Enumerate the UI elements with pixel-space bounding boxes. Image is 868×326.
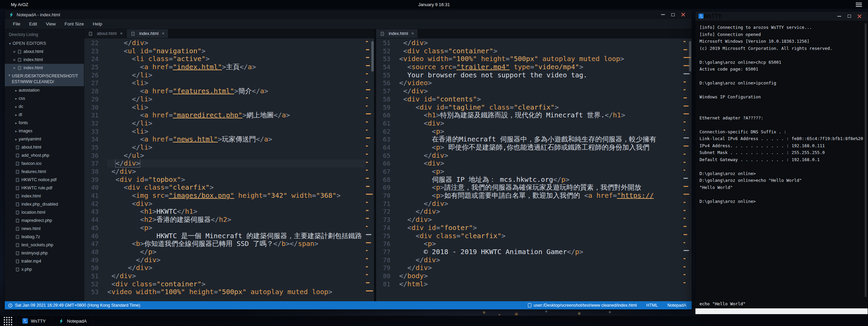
code-line[interactable]: </div> [399, 200, 683, 208]
file-features.html[interactable]: features.html [5, 168, 84, 176]
close-editor-icon[interactable]: × [12, 65, 17, 71]
code-line[interactable]: <li> [107, 103, 365, 112]
code-line[interactable]: <div class="clearfix"> [107, 184, 365, 192]
code-line[interactable]: </div> [399, 256, 683, 264]
code-line[interactable]: </p> [107, 248, 365, 256]
code-line[interactable]: <li> [107, 128, 365, 136]
minimize-icon[interactable] [658, 11, 668, 18]
code-line[interactable]: </li> [107, 71, 365, 79]
code-line[interactable]: <div id="footer"> [399, 224, 683, 232]
code-line[interactable]: <h1>特別為建築及鐵路而設，現代化的 Minecraft 世界.</h1> [399, 111, 683, 119]
apps-launcher-icon[interactable] [0, 316, 16, 326]
code-line[interactable]: </div> [107, 159, 365, 168]
hamburger-menu-icon[interactable] [856, 3, 862, 8]
scrollbar-thumb[interactable] [371, 41, 374, 72]
code-line[interactable]: <div id="tagline" class="clearfix"> [399, 103, 683, 112]
scrollbar-thumb[interactable] [689, 41, 691, 72]
code-line[interactable]: <source src="trailer.mp4" type="video/mp… [399, 63, 683, 71]
code-line[interactable]: <p> [107, 224, 365, 232]
code-line[interactable]: <p> 即使你不是建築師,你也能透過紅石師或鐵路工程師的身份加入我們 [399, 143, 683, 152]
code-line[interactable]: 伺服器 IP 地址為： mcs.hkwtc.org</p> [399, 176, 683, 184]
code-line[interactable]: </div> [399, 208, 683, 216]
file-index.php_disabled[interactable]: index.php_disabled [5, 200, 84, 208]
code-line[interactable]: <a href="features.html">簡介</a> [107, 87, 365, 95]
notepada-titlebar[interactable]: NotepadA - index.html [5, 10, 692, 19]
tab-index.html[interactable]: index.html× [376, 29, 418, 38]
menu-file[interactable]: File [13, 21, 20, 26]
open-editor-index.html[interactable]: ×index.html [5, 64, 84, 72]
close-icon[interactable] [678, 11, 688, 18]
folder-yamlyamlml[interactable]: ▸yamlyamlml [5, 135, 84, 143]
maximize-icon[interactable] [844, 13, 854, 20]
code-line[interactable]: <div> [399, 159, 683, 168]
code-line[interactable]: <p>如有問題或需要申請白名單，歡迎加入我們的 <a href="https:/… [399, 192, 683, 200]
terminal-input[interactable] [695, 308, 868, 314]
code-line[interactable]: </div> [399, 87, 683, 95]
file-favicon.ico[interactable]: favicon.ico [5, 159, 84, 168]
menu-edit[interactable]: Edit [29, 21, 37, 26]
folder-css[interactable]: ▸css [5, 94, 84, 102]
close-editor-icon[interactable]: × [12, 57, 17, 62]
code-line[interactable]: HKWTC 是一個 Minecraft 的建築伺服器，主要建築計劃包括鐵路 [107, 232, 365, 240]
menu-help[interactable]: Help [93, 21, 102, 26]
code-line[interactable]: <p> [399, 168, 683, 176]
code-line[interactable]: <h2>香港的建築伺服器</h2> [107, 216, 365, 224]
folder-dl[interactable]: ▸dl [5, 111, 84, 119]
code-line[interactable]: </html> [399, 280, 683, 288]
folder-dc[interactable]: ▸dc [5, 102, 84, 111]
code-line[interactable]: <p>請注意，我們的伺服器為確保玩家及遊玩時的質素，我們對外開放 [399, 184, 683, 192]
tab-about.html[interactable]: about.html× [84, 29, 127, 38]
code-editor[interactable]: </div> <ul id="navigation"> <li class="a… [104, 38, 365, 301]
code-line[interactable]: <div> [399, 119, 683, 128]
file-HKWTC-notice.pdf[interactable]: HKWTC notice.pdf [5, 176, 84, 184]
code-line[interactable]: <div class="container"> [399, 47, 683, 55]
code-line[interactable]: </div> [107, 39, 365, 47]
open-editor-about.html[interactable]: ×about.html [5, 47, 84, 56]
code-line[interactable]: <p> [399, 240, 683, 248]
code-line[interactable]: </div> [399, 216, 683, 224]
close-editor-icon[interactable]: × [12, 49, 17, 54]
code-line[interactable]: 在香港的Minecraft 伺服器中，多為小遊戲和純生存的伺服器，較少擁有 [399, 135, 683, 143]
open-editor-index.html[interactable]: ×index.html [5, 56, 84, 64]
code-line[interactable]: Your browser does not support the video … [399, 71, 683, 79]
menu-view[interactable]: View [46, 21, 56, 26]
code-editor[interactable]: </div> <div class="container"><video wid… [396, 38, 683, 301]
file-mapredirect.php[interactable]: mapredirect.php [5, 216, 84, 225]
code-line[interactable]: <img src="images/box.png" height="342" w… [107, 192, 365, 200]
code-line[interactable]: <div id="topbox"> [107, 176, 365, 184]
code-line[interactable]: <p> [399, 128, 683, 136]
code-line[interactable]: </ul> [107, 152, 365, 160]
folder-fonts[interactable]: ▸fonts [5, 119, 84, 127]
file-index.html[interactable]: index.html [5, 192, 84, 200]
close-icon[interactable] [854, 13, 865, 20]
code-line[interactable]: </div> [107, 256, 365, 264]
code-line[interactable]: <b>你知道我們全線伺服器已轉用 SSD 了嗎？</b></span> [107, 240, 365, 248]
code-line[interactable]: <a href="index.html">主頁</a> [107, 63, 365, 71]
code-line[interactable]: <div class="clearfix"> [399, 232, 683, 240]
code-line[interactable]: <video width="100%" height="500px" autop… [399, 55, 683, 63]
code-line[interactable]: <li> [107, 79, 365, 87]
code-line[interactable]: <ul id="navigation"> [107, 47, 365, 55]
open-editors-section[interactable]: ▾OPEN EDITORS [5, 39, 84, 47]
code-line[interactable]: </div> [107, 272, 365, 280]
wstty-titlebar[interactable]: WsTTY [695, 12, 868, 21]
maximize-icon[interactable] [668, 11, 678, 18]
code-line[interactable]: </li> [107, 143, 365, 152]
file-about.html[interactable]: about.html [5, 143, 84, 151]
code-line[interactable]: </div> [107, 168, 365, 176]
close-tab-icon[interactable]: × [120, 31, 122, 36]
file-testmysql.php[interactable]: testmysql.php [5, 249, 84, 257]
code-line[interactable]: </video> [399, 79, 683, 87]
file-news.html[interactable]: news.html [5, 225, 84, 233]
minimize-icon[interactable] [834, 13, 844, 20]
file-location.html[interactable]: location.html [5, 208, 84, 216]
close-tab-icon[interactable]: × [162, 31, 164, 36]
code-line[interactable]: © 2018 - 2019 HKWTC Animation Gamer</p> [399, 248, 683, 256]
code-line[interactable]: </div> [399, 264, 683, 272]
folder-autostation[interactable]: ▸autostation [5, 86, 84, 94]
menu-font-size[interactable]: Font Size [65, 21, 84, 26]
taskbar-item-wstty[interactable]: WsTTY [16, 316, 52, 326]
tab-index.html[interactable]: index.html× [127, 29, 169, 38]
status-language[interactable]: HTML [646, 303, 658, 308]
file-test_sockets.php[interactable]: test_sockets.php [5, 241, 84, 249]
